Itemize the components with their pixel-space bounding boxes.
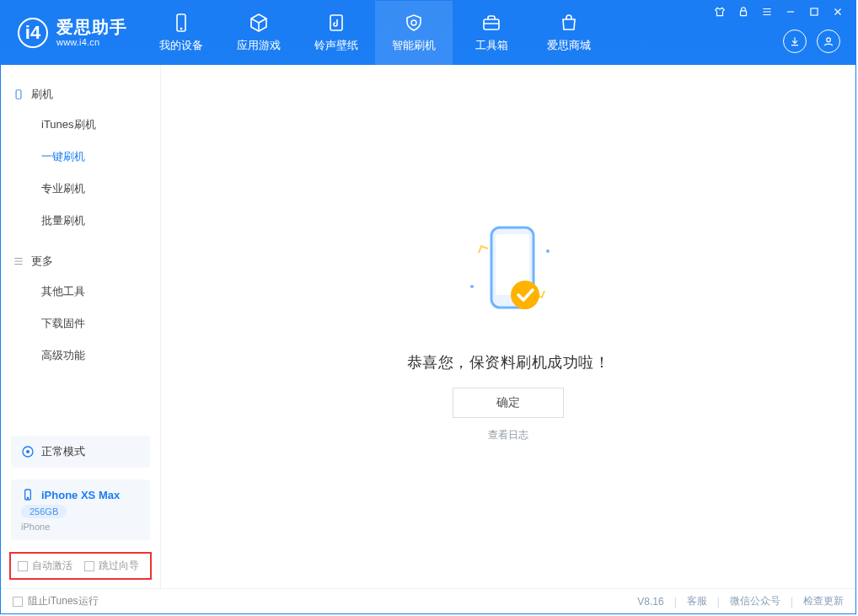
footer-link-wechat[interactable]: 微信公众号 — [730, 594, 780, 608]
success-message: 恭喜您，保资料刷机成功啦！ — [407, 352, 610, 372]
sidebar-item-batch-flash[interactable]: 批量刷机 — [1, 205, 160, 237]
nav-tabs: 我的设备 应用游戏 铃声壁纸 智能刷机 工具箱 爱思商城 — [142, 1, 608, 65]
user-icon — [823, 35, 834, 47]
svg-point-1 — [180, 28, 182, 29]
download-button[interactable] — [783, 29, 807, 53]
options-highlight-row: 自动激活 跳过向导 — [9, 552, 152, 580]
tab-ringtones[interactable]: 铃声壁纸 — [298, 1, 375, 65]
body: 刷机 iTunes刷机 一键刷机 专业刷机 批量刷机 更多 其他工具 下载固件 … — [1, 65, 855, 588]
svg-rect-4 — [741, 11, 747, 16]
window-controls — [714, 6, 844, 18]
block-itunes-label: 阻止iTunes运行 — [28, 594, 99, 608]
top-bar: i4 爱思助手 www.i4.cn 我的设备 应用游戏 铃声壁纸 智能刷机 — [1, 1, 855, 65]
cube-icon — [249, 13, 269, 33]
device-box[interactable]: iPhone XS Max 256GB iPhone — [11, 479, 150, 540]
device-small-icon — [13, 88, 24, 100]
header-circle-icons — [783, 29, 840, 53]
tab-label: 智能刷机 — [392, 38, 436, 53]
sidebar-item-download-fw[interactable]: 下载固件 — [1, 308, 160, 340]
logo-area: i4 爱思助手 www.i4.cn — [1, 1, 142, 65]
app-title: 爱思助手 — [56, 18, 127, 37]
footer-right: V8.16 | 客服 | 微信公众号 | 检查更新 — [637, 594, 844, 608]
svg-point-16 — [511, 281, 539, 309]
view-log-link[interactable]: 查看日志 — [488, 428, 528, 442]
tab-label: 工具箱 — [475, 38, 508, 53]
option-auto-activate[interactable]: 自动激活 — [18, 559, 72, 573]
menu-icon[interactable] — [761, 6, 773, 18]
svg-point-9 — [26, 450, 29, 453]
device-name: iPhone XS Max — [41, 489, 120, 501]
sidebar-group-label: 更多 — [31, 254, 53, 269]
success-illustration — [445, 211, 571, 337]
checkbox-icon — [18, 561, 28, 571]
ok-button[interactable]: 确定 — [453, 388, 564, 418]
phone-success-icon — [445, 211, 571, 337]
tab-label: 我的设备 — [159, 38, 203, 53]
option-label: 自动激活 — [32, 559, 72, 573]
sidebar: 刷机 iTunes刷机 一键刷机 专业刷机 批量刷机 更多 其他工具 下载固件 … — [1, 65, 161, 588]
tab-my-device[interactable]: 我的设备 — [142, 1, 220, 65]
top-right — [714, 1, 855, 65]
tab-toolbox[interactable]: 工具箱 — [453, 1, 530, 65]
tab-smart-flash[interactable]: 智能刷机 — [375, 1, 453, 65]
sidebar-item-advanced[interactable]: 高级功能 — [1, 340, 160, 372]
svg-rect-3 — [484, 19, 499, 29]
device-type: iPhone — [21, 522, 50, 532]
option-label: 跳过向导 — [99, 559, 139, 573]
device-capacity: 256GB — [21, 505, 67, 518]
logo-icon: i4 — [18, 18, 48, 48]
sidebar-item-other-tools[interactable]: 其他工具 — [1, 276, 160, 308]
version-label: V8.16 — [637, 596, 663, 608]
close-icon[interactable] — [832, 6, 844, 18]
tab-store[interactable]: 爱思商城 — [530, 1, 608, 65]
option-skip-wizard[interactable]: 跳过向导 — [84, 559, 139, 573]
svg-rect-7 — [16, 90, 21, 99]
sidebar-item-pro-flash[interactable]: 专业刷机 — [1, 173, 160, 205]
block-itunes-option[interactable]: 阻止iTunes运行 — [13, 594, 99, 608]
svg-point-6 — [827, 38, 831, 42]
svg-point-13 — [546, 249, 550, 253]
footer-link-update[interactable]: 检查更新 — [803, 594, 844, 608]
bag-icon — [559, 13, 579, 33]
sidebar-group-flash: 刷机 — [1, 80, 160, 109]
lock-icon[interactable] — [737, 6, 749, 18]
shirt-icon[interactable] — [714, 6, 726, 18]
svg-rect-2 — [330, 15, 342, 30]
separator: | — [791, 596, 793, 608]
tab-apps-games[interactable]: 应用游戏 — [220, 1, 298, 65]
toolbox-icon — [481, 13, 501, 33]
footer-link-support[interactable]: 客服 — [687, 594, 707, 608]
sidebar-item-oneclick-flash[interactable]: 一键刷机 — [1, 141, 160, 173]
separator: | — [674, 596, 677, 608]
sidebar-group-more: 更多 — [1, 247, 160, 276]
svg-point-11 — [27, 497, 28, 498]
sidebar-item-itunes-flash[interactable]: iTunes刷机 — [1, 109, 160, 141]
checkbox-icon — [84, 561, 94, 571]
checkbox-icon — [13, 597, 23, 607]
download-icon — [789, 35, 801, 47]
phone-small-icon — [21, 488, 35, 501]
svg-rect-5 — [811, 8, 818, 15]
svg-point-12 — [470, 285, 474, 288]
refresh-shield-icon — [404, 13, 424, 33]
mode-icon — [21, 445, 35, 458]
mode-box[interactable]: 正常模式 — [11, 436, 150, 468]
sidebar-group-label: 刷机 — [31, 87, 53, 102]
user-button[interactable] — [817, 29, 840, 53]
separator: | — [717, 596, 720, 608]
phone-icon — [171, 13, 191, 33]
mode-label: 正常模式 — [41, 444, 85, 459]
main-content: 恭喜您，保资料刷机成功啦！ 确定 查看日志 — [161, 65, 855, 588]
device-name-row: iPhone XS Max — [21, 488, 120, 501]
logo-text: 爱思助手 www.i4.cn — [56, 18, 127, 48]
list-icon — [13, 255, 24, 267]
footer: 阻止iTunes运行 V8.16 | 客服 | 微信公众号 | 检查更新 — [1, 588, 855, 613]
app-site: www.i4.cn — [56, 37, 127, 48]
tab-label: 应用游戏 — [237, 38, 281, 53]
minimize-icon[interactable] — [785, 6, 796, 18]
music-icon — [326, 13, 346, 33]
tab-label: 铃声壁纸 — [314, 38, 358, 53]
tab-label: 爱思商城 — [547, 38, 591, 53]
app-window: i4 爱思助手 www.i4.cn 我的设备 应用游戏 铃声壁纸 智能刷机 — [0, 0, 856, 614]
maximize-icon[interactable] — [808, 6, 820, 18]
